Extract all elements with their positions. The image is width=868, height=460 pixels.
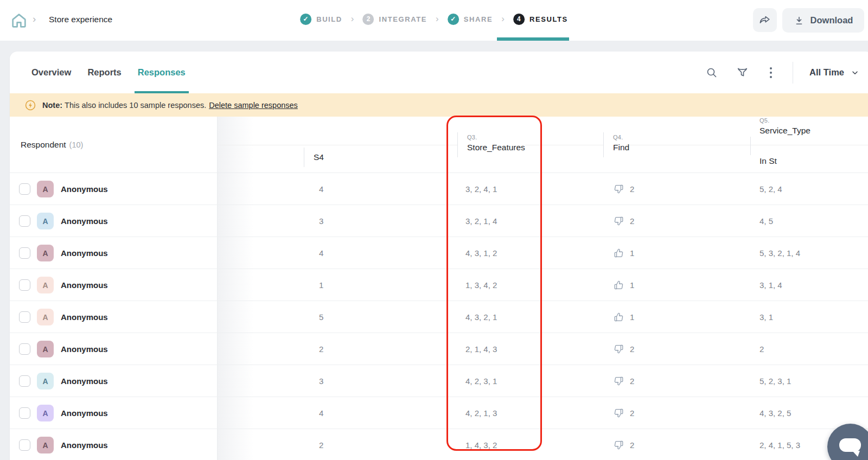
respondent-name[interactable]: Anonymous (61, 237, 108, 269)
find-value: 2 (630, 408, 634, 418)
tab-responses[interactable]: Responses (138, 52, 186, 93)
delete-sample-responses-link[interactable]: Delete sample responses (209, 101, 298, 110)
step-integrate[interactable]: 2 INTEGRATE (363, 14, 427, 25)
question-number: Q3. (467, 134, 525, 140)
step-build[interactable]: ✓ BUILD (300, 14, 342, 25)
table-row[interactable]: A Anonymous 2 2, 1, 4, 3 2 2 (10, 333, 868, 365)
step-share[interactable]: ✓ SHARE (448, 14, 493, 25)
cell-service-type: 2 (760, 333, 764, 365)
respondent-column-header[interactable]: Respondent (21, 140, 66, 150)
avatar: A (37, 309, 54, 325)
respondent-name[interactable]: Anonymous (61, 173, 108, 205)
chat-bubble-icon (839, 438, 861, 452)
respondent-name[interactable]: Anonymous (61, 269, 108, 301)
thumbs-down-icon (613, 407, 624, 419)
cell-find: 2 (613, 205, 634, 237)
cell-find: 2 (613, 365, 634, 397)
check-icon: ✓ (300, 14, 311, 25)
download-button[interactable]: Download (782, 8, 864, 33)
step-label: RESULTS (529, 15, 568, 23)
row-checkbox[interactable] (19, 439, 30, 451)
row-checkbox[interactable] (19, 343, 30, 355)
step-results[interactable]: 4 RESULTS (513, 14, 568, 25)
download-icon (794, 15, 805, 26)
find-value: 2 (630, 216, 634, 226)
cell-service-type: 3, 1 (760, 301, 773, 333)
row-checkbox[interactable] (19, 183, 30, 195)
respondent-name[interactable]: Anonymous (61, 333, 108, 365)
cell-s4: 4 (319, 173, 323, 205)
respondent-name[interactable]: Anonymous (61, 429, 108, 460)
progress-stepper: ✓ BUILD › 2 INTEGRATE › ✓ SHARE › 4 RESU… (300, 0, 568, 38)
app-root: › Store experience ✓ BUILD › 2 INTEGRATE… (0, 0, 868, 460)
respondent-name[interactable]: Anonymous (61, 365, 108, 397)
find-value: 2 (630, 376, 634, 386)
divider (793, 62, 793, 84)
thumbs-down-icon (613, 375, 624, 387)
row-checkbox[interactable] (19, 215, 30, 227)
step-chevron-icon: › (436, 14, 439, 24)
search-icon[interactable] (705, 66, 719, 80)
column-header-q4[interactable]: Q4. Find (603, 132, 629, 157)
kebab-menu-icon[interactable] (765, 65, 776, 80)
find-value: 1 (630, 248, 634, 258)
column-header-q3[interactable]: Q3. Store_Features (457, 132, 525, 157)
cell-find: 2 (613, 173, 634, 205)
time-filter-dropdown[interactable]: All Time (809, 67, 859, 78)
question-number: Q5. (760, 117, 810, 124)
results-card: Overview Reports Responses All Time (10, 52, 868, 460)
find-value: 1 (630, 312, 634, 322)
column-title: S4 (314, 152, 324, 162)
step-number-badge: 2 (363, 14, 374, 25)
tab-overview[interactable]: Overview (31, 52, 71, 93)
breadcrumb-chevron-icon: › (33, 13, 36, 25)
table-row[interactable]: A Anonymous 3 3, 2, 1, 4 2 4, 5 (10, 205, 868, 237)
download-label: Download (810, 15, 853, 25)
table-row[interactable]: A Anonymous 4 3, 2, 4, 1 2 5, 2, 4 (10, 173, 868, 205)
find-value: 2 (630, 344, 634, 354)
avatar: A (37, 405, 54, 421)
filter-funnel-icon[interactable] (735, 66, 749, 80)
table-row[interactable]: A Anonymous 5 4, 3, 2, 1 1 3, 1 (10, 301, 868, 333)
row-checkbox[interactable] (19, 311, 30, 323)
breadcrumb[interactable]: Store experience (49, 15, 112, 24)
cell-s4: 3 (319, 205, 323, 237)
row-checkbox[interactable] (19, 407, 30, 419)
respondent-name[interactable]: Anonymous (61, 301, 108, 333)
chat-bubble-tail (852, 451, 860, 457)
share-button[interactable] (753, 8, 777, 32)
cell-store-features: 1, 3, 4, 2 (465, 269, 497, 301)
cell-service-type: 5, 2, 4 (760, 173, 782, 205)
question-number: Q4. (613, 134, 629, 140)
respondent-name[interactable]: Anonymous (61, 205, 108, 237)
column-subheader-q5[interactable]: In St (760, 152, 777, 170)
cell-s4: 2 (319, 429, 323, 460)
home-icon[interactable] (10, 11, 28, 30)
respondent-name[interactable]: Anonymous (61, 397, 108, 429)
table-row[interactable]: A Anonymous 4 4, 2, 1, 3 2 4, 3, 2, 5 (10, 397, 868, 429)
row-checkbox[interactable] (19, 375, 30, 387)
row-checkbox[interactable] (19, 279, 30, 291)
thumbs-down-icon (613, 343, 624, 355)
tab-bar: Overview Reports Responses All Time (10, 52, 868, 93)
table-row[interactable]: A Anonymous 4 4, 3, 1, 2 1 5, 3, 2, 1, 4 (10, 237, 868, 269)
table-row[interactable]: A Anonymous 2 1, 4, 3, 2 2 2, 4, 1, 5, 3 (10, 429, 868, 460)
cell-s4: 1 (319, 269, 323, 301)
row-checkbox[interactable] (19, 247, 30, 259)
column-title: Store_Features (467, 143, 525, 152)
cell-s4: 3 (319, 365, 323, 397)
step-label: BUILD (316, 15, 342, 23)
cell-find: 1 (613, 301, 634, 333)
cell-s4: 4 (319, 237, 323, 269)
table-row[interactable]: A Anonymous 1 1, 3, 4, 2 1 3, 1, 4 (10, 269, 868, 301)
column-header-s4[interactable]: S4 (304, 148, 324, 167)
step-number-badge: 4 (513, 14, 525, 25)
tab-reports[interactable]: Reports (87, 52, 121, 93)
column-header-q5[interactable]: Q5. Service_Type (760, 117, 810, 142)
top-header-bar: › Store experience ✓ BUILD › 2 INTEGRATE… (0, 0, 868, 41)
column-tick (750, 137, 751, 155)
table-row[interactable]: A Anonymous 3 4, 2, 3, 1 2 5, 2, 3, 1 (10, 365, 868, 397)
thumbs-up-icon (613, 279, 624, 291)
cell-service-type: 5, 2, 3, 1 (760, 365, 791, 397)
avatar: A (37, 181, 54, 197)
